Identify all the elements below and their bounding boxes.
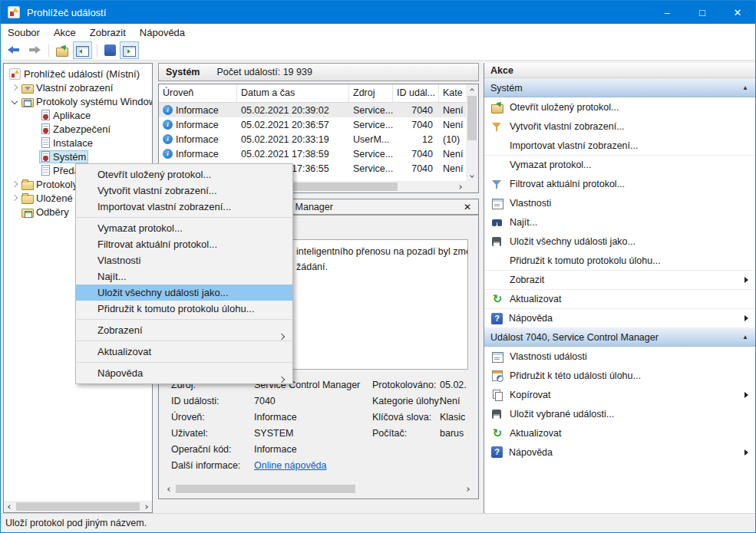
scrollbar-thumb[interactable]: [16, 502, 140, 511]
chevron-glyph: [12, 181, 18, 187]
action-item[interactable]: Zobrazit: [484, 270, 756, 289]
scroll-right-icon[interactable]: [454, 181, 466, 192]
scrollbar-thumb[interactable]: [176, 485, 355, 493]
column-zdroj[interactable]: Zdroj: [349, 84, 393, 102]
menu-akce[interactable]: Akce: [47, 25, 83, 40]
action-section-title: Událost 7040, Service Control Manager: [490, 332, 659, 343]
event-row[interactable]: iInformace05.02.2021 17:38:59Service...7…: [159, 146, 466, 161]
context-menu-item[interactable]: Filtrovat aktuální protokol...: [76, 236, 292, 252]
action-item[interactable]: Vymazat protokol...: [484, 155, 756, 174]
column-kategorie[interactable]: Kate: [439, 84, 466, 102]
scroll-left-icon[interactable]: [163, 483, 176, 495]
tree-item[interactable]: Aplikace: [4, 108, 152, 122]
column-id-udalosti[interactable]: ID udál...: [393, 84, 439, 102]
context-menu-item-label: Uložit všechny události jako...: [97, 287, 229, 298]
scroll-left-icon[interactable]: [4, 501, 16, 512]
tree-log-red-icon: [41, 123, 50, 134]
toolbar-show-action-pane-button[interactable]: [120, 41, 139, 59]
column-uroven[interactable]: Úroveň: [159, 84, 237, 102]
scroll-down-icon[interactable]: [466, 169, 478, 181]
action-item[interactable]: ↻Aktualizovat: [484, 289, 756, 308]
action-item[interactable]: Kopírovat: [484, 385, 756, 404]
action-item[interactable]: ?Nápověda: [484, 308, 756, 327]
action-item[interactable]: ?Nápověda: [484, 443, 756, 462]
tree-item-label: Prohlížeč událostí (Místní): [24, 68, 140, 80]
context-menu-item[interactable]: Vymazat protokol...: [76, 220, 292, 236]
tree-horizontal-scrollbar[interactable]: [4, 501, 152, 512]
titlebar[interactable]: Prohlížeč událostí – □ ✕: [1, 1, 755, 24]
show-action-pane-icon: [123, 44, 136, 56]
context-menu-item[interactable]: Vlastnosti: [76, 252, 292, 268]
tree-item[interactable]: Prohlížeč událostí (Místní): [4, 67, 152, 81]
action-item[interactable]: Přidružit k této události úlohu...: [484, 366, 756, 385]
event-row[interactable]: iInformace05.02.2021 20:36:57Service...7…: [159, 117, 466, 132]
tree-item[interactable]: Instalace: [4, 136, 152, 150]
minimize-button[interactable]: –: [649, 1, 685, 24]
context-menu-item[interactable]: Přidružit k tomuto protokolu úlohu...: [76, 301, 292, 317]
context-menu-item[interactable]: Uložit všechny události jako...: [76, 285, 292, 301]
action-item[interactable]: Filtrovat aktuální protokol...: [484, 174, 756, 193]
event-level-text: Informace: [176, 120, 219, 130]
scroll-up-icon[interactable]: [466, 84, 478, 96]
preview-horizontal-scrollbar[interactable]: [163, 483, 474, 495]
event-row[interactable]: iInformace05.02.2021 20:39:02Service...7…: [159, 103, 466, 117]
tree-item[interactable]: Systém: [4, 150, 152, 163]
action-item[interactable]: Vlastnosti: [484, 193, 756, 212]
menu-zobrazit[interactable]: Zobrazit: [83, 25, 133, 40]
menu-napoveda[interactable]: Nápověda: [133, 25, 192, 40]
scrollbar-thumb[interactable]: [467, 96, 477, 140]
close-button[interactable]: ✕: [720, 1, 755, 24]
submenu-chevron-icon: [279, 370, 284, 387]
action-item[interactable]: ↻Aktualizovat: [484, 423, 756, 443]
action-item[interactable]: Vlastnosti události: [484, 347, 756, 366]
field-label: Protokolováno:: [372, 380, 436, 390]
action-item[interactable]: Přidružit k tomuto protokolu úlohu...: [484, 251, 756, 270]
collapse-icon[interactable]: ▲: [742, 84, 748, 91]
action-section-header[interactable]: Systém▲: [484, 78, 756, 97]
chevron-down-icon[interactable]: [8, 99, 21, 104]
action-item[interactable]: Najít...: [484, 212, 756, 232]
maximize-button[interactable]: □: [685, 1, 720, 24]
action-section-header[interactable]: Událost 7040, Service Control Manager▲: [484, 327, 756, 347]
action-item[interactable]: Vytvořit vlastní zobrazení...: [484, 117, 756, 136]
context-menu-item[interactable]: Nápověda: [76, 365, 292, 381]
context-menu-item[interactable]: Najít...: [76, 268, 292, 285]
toolbar-forward-button[interactable]: [25, 41, 44, 59]
action-item[interactable]: Importovat vlastní zobrazení...: [484, 136, 756, 155]
online-help-link[interactable]: Online nápověda: [254, 460, 327, 471]
menu-soubor[interactable]: Soubor: [1, 25, 47, 40]
tree-item[interactable]: Protokoly systému Windows: [4, 94, 152, 108]
filter-gold-icon: [491, 120, 503, 133]
event-row[interactable]: iInformace05.02.2021 20:33:19UserM...12(…: [159, 132, 466, 146]
scroll-right-icon[interactable]: [461, 483, 474, 495]
forward-icon: [28, 44, 41, 56]
toolbar-open-log-button[interactable]: [53, 41, 72, 59]
context-menu-item[interactable]: Aktualizovat: [76, 344, 292, 360]
context-menu-item[interactable]: Vytvořit vlastní zobrazení...: [76, 183, 292, 199]
toolbar-back-button[interactable]: [5, 41, 24, 59]
scroll-right-icon[interactable]: [140, 501, 152, 512]
event-source: Service...: [349, 120, 393, 130]
close-icon[interactable]: ✕: [464, 202, 471, 212]
chevron-right-icon[interactable]: [8, 196, 21, 200]
toolbar-help-button[interactable]: [101, 41, 119, 59]
binoculars-icon: [491, 216, 503, 229]
toolbar-show-console-tree-button[interactable]: [73, 41, 92, 59]
action-item[interactable]: Otevřít uložený protokol...: [484, 97, 756, 117]
tree-item[interactable]: Zabezpečení: [4, 122, 152, 136]
context-menu-item[interactable]: Zobrazení: [76, 322, 292, 338]
column-datum-a-cas[interactable]: Datum a čas: [237, 84, 349, 102]
context-menu-item[interactable]: Importovat vlastní zobrazení...: [76, 199, 292, 215]
collapse-icon[interactable]: ▲: [742, 334, 748, 341]
list-vertical-scrollbar[interactable]: [466, 84, 478, 181]
action-item[interactable]: Uložit všechny události jako...: [484, 232, 756, 251]
context-menu-item-label: Přidružit k tomuto protokolu úlohu...: [97, 303, 255, 314]
detail-row: Uživatel:SYSTEMPočítač:barus: [167, 426, 474, 442]
event-id: 7040: [393, 120, 439, 130]
action-item-label: Aktualizovat: [510, 428, 561, 439]
action-item[interactable]: Uložit vybrané události...: [484, 404, 756, 423]
chevron-right-icon[interactable]: [8, 85, 21, 90]
chevron-right-icon[interactable]: [8, 182, 21, 186]
tree-item[interactable]: Vlastní zobrazení: [4, 81, 152, 94]
context-menu-item[interactable]: Otevřít uložený protokol...: [76, 166, 292, 183]
